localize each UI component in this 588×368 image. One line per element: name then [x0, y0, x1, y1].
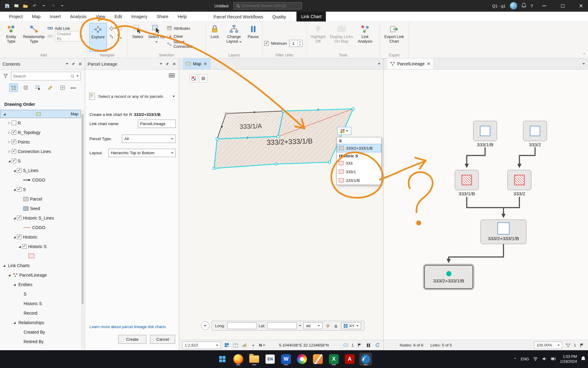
scrollbar-thumb[interactable] [81, 114, 84, 304]
selection-view-button[interactable] [34, 83, 42, 92]
xy-mode-select[interactable]: XY [341, 322, 361, 329]
expand-icon[interactable] [7, 121, 12, 125]
zoom-in-extent-button[interactable] [108, 33, 115, 40]
display-links-on-map-button[interactable]: Display Links On Map [329, 23, 354, 52]
tree-row-historic-s[interactable]: Historic S [0, 242, 81, 251]
firefox-button[interactable] [232, 353, 245, 366]
drawing-order-view-button[interactable] [9, 83, 18, 92]
word-button[interactable]: W [280, 353, 292, 366]
expand-icon[interactable] [7, 274, 12, 277]
tree-row-parcel[interactable]: Parcel [0, 194, 81, 204]
redo-button[interactable]: ↷ [49, 2, 57, 10]
parcel-type-select[interactable]: All [122, 135, 176, 143]
node-333-1-b-historic[interactable]: 333/1/B [455, 170, 479, 197]
cancel-button[interactable]: Cancel [150, 335, 175, 344]
tree-row-historic-s-lines[interactable]: Historic S_Lines [0, 213, 81, 223]
tray-expand-icon[interactable]: ⌃ [514, 357, 517, 362]
add-item-icon[interactable]: + [250, 342, 256, 348]
tab-imagery[interactable]: Imagery [127, 12, 152, 21]
tree-row-cogo[interactable]: COGO [0, 175, 81, 185]
tab-project[interactable]: Project [4, 12, 27, 21]
search-options-icon[interactable] [76, 75, 79, 77]
signed-in-account[interactable]: Q1 - g1 [492, 4, 505, 8]
tree-row-map[interactable]: Map [0, 110, 81, 118]
notifications-bell-icon[interactable] [522, 3, 526, 9]
highlight-off-button[interactable]: Highlight Off [309, 23, 328, 52]
tab-link-chart[interactable]: Link Chart [296, 12, 326, 21]
expand-icon[interactable] [2, 264, 6, 267]
tree-row-link-charts[interactable]: Link Charts [0, 261, 81, 270]
stepper-down-icon[interactable]: ▼ [298, 43, 302, 47]
pane-options-icon[interactable] [378, 58, 383, 69]
record-selector[interactable]: Select a record or any of its parcels [89, 88, 175, 105]
tree-row-connection-lines[interactable]: Connection Lines [0, 147, 81, 156]
node-333-1-b-current[interactable]: 333/1/B [473, 121, 497, 148]
units-select[interactable]: dd [303, 322, 322, 329]
layer-checkbox[interactable] [17, 187, 21, 192]
maximize-button[interactable] [556, 0, 570, 12]
panel-options-menu-icon[interactable] [169, 74, 175, 77]
tab-analysis[interactable]: Analysis [66, 12, 91, 21]
selection-chip-button[interactable] [337, 127, 351, 135]
tab-insert[interactable]: Insert [45, 12, 65, 21]
entity-type-button[interactable]: Entity Type [2, 23, 21, 52]
fixed-zoom-button[interactable] [116, 25, 123, 32]
select-connected-button[interactable]: Select Connected [167, 41, 204, 48]
command-search[interactable] [233, 2, 302, 10]
layer-checkbox[interactable] [12, 130, 16, 135]
contents-search-input[interactable] [13, 74, 69, 79]
language-input-button[interactable]: EN [264, 353, 277, 366]
expand-icon[interactable] [17, 245, 22, 248]
tab-parcel-record-workflows[interactable]: Parcel Record Workflows [209, 12, 268, 21]
tab-edit[interactable]: Edit [110, 12, 127, 21]
chart-icon[interactable] [241, 342, 247, 348]
customize-qat-dropdown[interactable] [58, 2, 66, 10]
tree-row-s-group[interactable]: S [0, 156, 81, 166]
close-button[interactable]: ✕ [574, 0, 588, 12]
command-search-input[interactable] [242, 4, 299, 8]
export-link-chart-button[interactable]: Export Link Chart [382, 23, 407, 52]
attributes-button[interactable]: Attributes [167, 25, 204, 32]
node-merged-parcel[interactable]: 333/2+333/1/B [481, 220, 526, 244]
expand-icon[interactable] [7, 140, 12, 144]
volume-icon[interactable] [542, 357, 547, 362]
zoom-level-select[interactable]: 100.00% [534, 342, 562, 349]
flash-location-icon[interactable] [325, 323, 331, 329]
select-by-button[interactable]: Select By [147, 23, 166, 52]
explore-button[interactable]: Explore [89, 23, 107, 52]
tree-row-historic[interactable]: Historic [0, 232, 81, 242]
tree-row-entities[interactable]: Entities [0, 280, 81, 289]
open-project-button[interactable] [21, 2, 29, 10]
pause-drawing-icon[interactable] [365, 342, 371, 348]
layer-checkbox[interactable] [12, 159, 16, 163]
layer-checkbox[interactable] [12, 121, 16, 125]
expand-icon[interactable] [2, 113, 7, 116]
tab-view[interactable]: View [91, 12, 110, 21]
created-by-dropdown[interactable]: Created By [47, 33, 85, 40]
minimum-value-stepper[interactable]: 1 ▲▼ [289, 40, 303, 47]
layout-select[interactable]: Hierarchic Top to Bottom [108, 149, 176, 157]
tree-row-s-lines[interactable]: S_Lines [0, 166, 81, 175]
stepper-up-icon[interactable]: ▲ [298, 40, 302, 44]
tree-row-cogo-historic[interactable]: COGO [0, 223, 81, 232]
layer-checkbox[interactable] [17, 235, 21, 239]
layer-checkbox[interactable] [12, 140, 16, 144]
account-avatar[interactable] [510, 2, 517, 10]
acrobat-button[interactable]: A [343, 353, 356, 366]
arcgis-pro-button[interactable] [359, 353, 372, 366]
chevron-down-icon[interactable] [172, 96, 175, 97]
map-canvas[interactable]: 333/1/A 333/2+333/1/B [179, 70, 383, 340]
tab-map[interactable]: Map [27, 12, 45, 21]
tray-language[interactable]: ENG [521, 357, 529, 361]
expand-icon[interactable] [7, 150, 12, 153]
tree-row-entity-s[interactable]: S [0, 289, 81, 299]
bookmark-tool-button[interactable] [190, 74, 198, 82]
tab-help[interactable]: Help [173, 12, 191, 21]
snapping-view-button[interactable] [58, 83, 67, 92]
map-scale-select[interactable]: 1:2,810 [182, 342, 221, 349]
close-panel-icon[interactable]: ✕ [172, 61, 176, 67]
minimize-button[interactable] [537, 0, 551, 12]
start-button[interactable] [216, 353, 229, 366]
contents-search[interactable] [11, 72, 81, 80]
collapse-ribbon-button[interactable]: ⌃ [583, 53, 586, 57]
